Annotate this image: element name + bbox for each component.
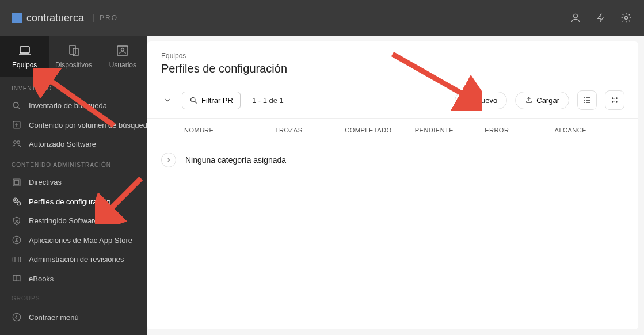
sidebar-item-contenido-volumen[interactable]: Contenido por volumen de búsqueda	[0, 115, 147, 134]
svg-point-22	[616, 98, 617, 98]
col-nombre[interactable]: NOMBRE	[161, 127, 275, 134]
svg-rect-2	[20, 47, 29, 53]
svg-point-9	[14, 141, 17, 144]
user-icon[interactable]	[569, 12, 582, 24]
package-icon	[12, 120, 22, 130]
breadcrumb[interactable]: Equipos	[147, 41, 638, 62]
authorized-icon	[12, 139, 22, 149]
svg-point-19	[191, 97, 196, 102]
book-icon	[12, 273, 22, 284]
tab-usuarios[interactable]: Usuarios	[98, 36, 147, 77]
section-header-inventario: INVENTARIO	[0, 77, 147, 96]
gear-icon[interactable]	[620, 12, 632, 24]
svg-point-6	[121, 48, 124, 51]
toolbar: Filtrar PR 1 - 1 de 1 Nuevo Cargar	[147, 86, 638, 119]
col-completado[interactable]: COMPLETADO	[345, 127, 414, 134]
col-error[interactable]: ERROR	[485, 127, 554, 134]
svg-point-23	[616, 102, 617, 102]
new-label: Nuevo	[476, 96, 498, 105]
result-count: 1 - 1 de 1	[252, 96, 284, 105]
collapse-label: Contraer menú	[29, 313, 79, 322]
nav-label: Autorizado Software	[29, 140, 96, 149]
svg-point-20	[612, 98, 613, 98]
col-trozas[interactable]: TROZAS	[275, 127, 345, 134]
tab-label: Usuarios	[109, 61, 136, 69]
svg-point-1	[625, 17, 628, 20]
tab-equipos[interactable]: Equipos	[0, 36, 49, 77]
list-view-toggle[interactable]	[577, 90, 597, 110]
sidebar-tabs: Equipos Dispositivos Usuarios	[0, 36, 147, 77]
sidebar-item-directivas[interactable]: Directivas	[0, 173, 147, 192]
upload-button[interactable]: Cargar	[515, 92, 569, 109]
search-icon	[189, 96, 198, 105]
svg-point-21	[612, 102, 613, 102]
lightning-icon[interactable]	[595, 12, 607, 24]
grid-view-toggle[interactable]	[605, 90, 624, 110]
shield-x-icon	[12, 216, 22, 226]
nav-label: Perfiles de configuración	[29, 197, 110, 206]
filter-label: Filtrar PR	[201, 96, 233, 105]
sidebar: Equipos Dispositivos Usuarios INVENTARIO…	[0, 36, 147, 335]
search-icon	[12, 101, 22, 111]
section-header-contenido: CONTENIDO ADMINISTRACIÓN	[0, 154, 147, 173]
sidebar-item-ebooks[interactable]: eBooks	[0, 269, 147, 288]
devices-icon	[67, 44, 81, 58]
plus-icon	[464, 96, 472, 104]
tab-label: Equipos	[12, 61, 37, 69]
brand-name: contratuerca	[26, 12, 84, 24]
config-gear-icon	[12, 196, 22, 207]
nav-label: Aplicaciones de Mac App Store	[29, 236, 132, 245]
filter-button[interactable]: Filtrar PR	[182, 92, 241, 109]
col-alcance[interactable]: ALCANCE	[555, 127, 624, 134]
tab-label: Dispositivos	[55, 61, 92, 69]
page-title: Perfiles de configuración	[147, 62, 638, 86]
upload-icon	[525, 96, 533, 104]
category-row: Ninguna categoría asignada	[147, 142, 638, 178]
main-panel: Equipos Perfiles de configuración Filtra…	[147, 41, 638, 329]
category-label: Ninguna categoría asignada	[185, 155, 286, 165]
sidebar-item-restringido-software[interactable]: Restringido Software	[0, 211, 147, 230]
upload-label: Cargar	[536, 96, 559, 105]
tab-dispositivos[interactable]: Dispositivos	[49, 36, 98, 77]
expand-category-button[interactable]	[161, 153, 176, 168]
top-bar: contratuerca PRO	[0, 0, 644, 36]
sidebar-item-mac-app-store[interactable]: Aplicaciones de Mac App Store	[0, 231, 147, 250]
sidebar-item-inventario-busqueda[interactable]: Inventario de búsqueda	[0, 96, 147, 115]
svg-point-7	[13, 102, 18, 108]
sidebar-item-autorizado-software[interactable]: Autorizado Software	[0, 135, 147, 154]
collapse-menu[interactable]: Contraer menú	[0, 304, 147, 335]
patch-icon	[12, 254, 22, 265]
svg-point-18	[13, 313, 21, 321]
brand-tier: PRO	[93, 14, 118, 22]
svg-point-0	[574, 14, 578, 18]
nav-label: eBooks	[29, 275, 54, 283]
nav-label: Administración de revisiones	[29, 255, 124, 264]
nav-label: Inventario de búsqueda	[29, 101, 107, 110]
new-button[interactable]: Nuevo	[455, 92, 508, 109]
expand-all-toggle[interactable]	[161, 94, 174, 106]
brand-logo-icon	[12, 13, 22, 23]
svg-rect-12	[14, 180, 19, 185]
svg-point-13	[13, 198, 18, 203]
brand: contratuerca PRO	[12, 12, 118, 24]
nav-label: Contenido por volumen de búsqueda	[29, 121, 147, 130]
topbar-actions	[569, 12, 632, 24]
col-pendiente[interactable]: PENDIENTE	[415, 127, 485, 134]
svg-rect-3	[70, 45, 75, 54]
svg-point-10	[17, 141, 20, 144]
nav-label: Directivas	[29, 178, 62, 186]
svg-point-15	[17, 202, 21, 205]
users-icon	[116, 44, 129, 58]
laptop-icon	[18, 44, 32, 58]
sidebar-item-revisiones[interactable]: Administración de revisiones	[0, 250, 147, 269]
section-header-groups: GROUPS	[0, 288, 147, 304]
table-header: NOMBRE TROZAS COMPLETADO PENDIENTE ERROR…	[147, 119, 638, 142]
collapse-icon	[12, 312, 22, 322]
sidebar-item-perfiles-configuracion[interactable]: Perfiles de configuración	[0, 192, 147, 211]
appstore-icon	[12, 235, 22, 245]
svg-point-14	[15, 200, 16, 201]
svg-rect-17	[13, 257, 21, 262]
nav-label: Restringido Software	[29, 216, 98, 225]
policy-icon	[12, 177, 22, 188]
